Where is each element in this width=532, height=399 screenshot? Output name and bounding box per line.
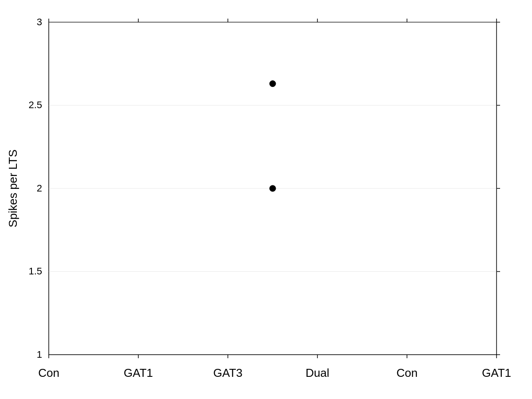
x-label-5: GAT1	[482, 366, 511, 379]
y-tick-1: 1	[37, 349, 42, 360]
chart-container: Spikes per LTS 3 2.5 2 1.5 1	[0, 0, 532, 399]
y-tick-2.5: 2.5	[28, 99, 42, 110]
scatter-plot: Spikes per LTS 3 2.5 2 1.5 1	[0, 0, 532, 399]
x-label-3: Dual	[305, 366, 329, 379]
data-point-1	[270, 185, 276, 192]
chart-background	[0, 0, 532, 399]
y-tick-1.5: 1.5	[28, 266, 42, 277]
data-point-2	[270, 81, 276, 87]
y-tick-2: 2	[37, 183, 42, 194]
x-label-2: GAT3	[213, 366, 243, 379]
x-label-1: GAT1	[124, 366, 153, 379]
x-label-4: Con	[396, 366, 418, 379]
x-label-0: Con	[38, 366, 59, 379]
y-axis-label: Spikes per LTS	[6, 149, 20, 227]
y-tick-3: 3	[37, 16, 42, 27]
